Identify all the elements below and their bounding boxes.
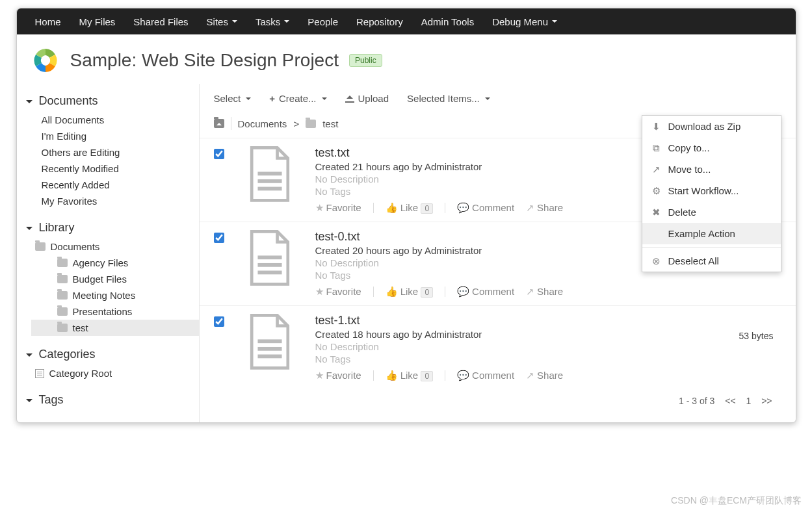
folder-icon — [306, 120, 316, 128]
share-action[interactable]: ↗Share — [526, 202, 563, 214]
comment-action[interactable]: 💬Comment — [457, 286, 514, 298]
document-toolbar: Select Create... Upload Selected Items..… — [200, 84, 796, 113]
tree-item-presentations[interactable]: Presentations — [31, 303, 199, 320]
divider — [373, 203, 374, 213]
sidebar-item-im-editing[interactable]: I'm Editing — [17, 128, 199, 144]
sidebar-documents-list: All Documents I'm Editing Others are Edi… — [17, 110, 199, 216]
nav-admin-tools[interactable]: Admin Tools — [412, 16, 483, 27]
tree-item-category-root[interactable]: Category Root — [17, 365, 199, 381]
dd-delete[interactable]: ✖Delete — [642, 201, 781, 223]
folder-up-icon[interactable] — [214, 119, 224, 128]
nav-repository[interactable]: Repository — [347, 16, 412, 27]
dd-move-to[interactable]: ↗Move to... — [642, 159, 781, 180]
selected-items-menu[interactable]: Selected Items... — [407, 93, 490, 104]
sidebar-group-label: Tags — [39, 393, 64, 407]
tree-item-agency-files[interactable]: Agency Files — [31, 255, 199, 271]
like-action[interactable]: 👍Like 0 — [386, 286, 433, 298]
blank-icon — [651, 229, 662, 239]
tree-label: Agency Files — [73, 257, 129, 268]
dd-example-action[interactable]: Example Action — [642, 223, 781, 244]
chevron-down-icon — [26, 393, 35, 407]
svg-rect-4 — [257, 263, 282, 267]
folder-icon — [57, 307, 68, 316]
dd-label: Download as Zip — [668, 121, 741, 132]
file-size: 53 bytes — [739, 331, 774, 341]
file-actions: ★Favorite 👍Like 0 💬Comment ↗Share — [315, 286, 781, 298]
folder-icon — [57, 275, 68, 283]
dd-start-workflow[interactable]: ⚙Start Workflow... — [642, 180, 781, 201]
dd-label: Deselect All — [668, 255, 719, 266]
nav-shared-files[interactable]: Shared Files — [124, 16, 197, 27]
share-action[interactable]: ↗Share — [526, 370, 563, 381]
pager-prev[interactable]: << — [725, 396, 735, 406]
row-checkbox[interactable] — [214, 316, 224, 329]
dd-download-zip[interactable]: ⬇Download as Zip — [642, 116, 781, 137]
like-action[interactable]: 👍Like 0 — [386, 370, 433, 381]
file-no-tags: No Tags — [315, 353, 781, 365]
sidebar-group-library[interactable]: Library — [17, 216, 199, 237]
comment-action[interactable]: 💬Comment — [457, 370, 514, 381]
folder-icon — [57, 291, 68, 300]
favorite-action[interactable]: ★Favorite — [315, 286, 361, 298]
tree-label: Presentations — [73, 306, 133, 317]
action-label: Share — [537, 202, 563, 213]
nav-debug-menu[interactable]: Debug Menu — [483, 16, 566, 27]
sidebar-item-all-documents[interactable]: All Documents — [17, 112, 199, 128]
breadcrumb-root[interactable]: Documents — [238, 118, 287, 129]
document-icon — [246, 146, 293, 203]
create-menu[interactable]: Create... — [269, 93, 326, 104]
sidebar-group-categories[interactable]: Categories — [17, 342, 199, 364]
selected-items-dropdown: ⬇Download as Zip ⧉Copy to... ↗Move to...… — [642, 115, 781, 272]
dd-label: Start Workflow... — [668, 185, 739, 196]
document-icon — [246, 314, 293, 371]
favorite-action[interactable]: ★Favorite — [315, 370, 361, 381]
sidebar-group-documents[interactable]: Documents — [17, 89, 199, 110]
tree-root-documents[interactable]: Documents — [17, 238, 199, 255]
share-action[interactable]: ↗Share — [526, 286, 563, 298]
sidebar-item-recently-added[interactable]: Recently Added — [17, 177, 199, 193]
like-action[interactable]: 👍Like 0 — [386, 202, 433, 214]
row-checkbox[interactable] — [214, 149, 224, 161]
tree-label: Meeting Notes — [73, 290, 136, 301]
sidebar-item-my-favorites[interactable]: My Favorites — [17, 193, 199, 209]
sidebar-item-others-editing[interactable]: Others are Editing — [17, 144, 199, 160]
alfresco-logo-icon — [31, 46, 60, 75]
nav-my-files[interactable]: My Files — [70, 16, 125, 27]
tree-item-test[interactable]: test — [31, 320, 199, 336]
svg-rect-1 — [257, 179, 282, 183]
nav-home[interactable]: Home — [26, 16, 70, 27]
action-label: Like — [400, 370, 419, 381]
file-name[interactable]: test-1.txt — [315, 314, 781, 327]
nav-sites[interactable]: Sites — [198, 16, 246, 27]
dd-label: Copy to... — [668, 142, 710, 153]
favorite-action[interactable]: ★Favorite — [315, 202, 361, 214]
nav-tasks[interactable]: Tasks — [246, 16, 298, 27]
sidebar-item-recently-modified[interactable]: Recently Modified — [17, 160, 199, 177]
share-icon: ↗ — [526, 202, 534, 214]
row-checkbox[interactable] — [214, 233, 224, 245]
workflow-icon: ⚙ — [651, 186, 662, 196]
tree-item-budget-files[interactable]: Budget Files — [31, 271, 199, 287]
nav-people[interactable]: People — [298, 16, 347, 27]
dd-deselect-all[interactable]: ⊗Deselect All — [642, 250, 781, 272]
tree-label: Category Root — [49, 368, 112, 379]
action-label: Favorite — [326, 202, 361, 213]
dd-copy-to[interactable]: ⧉Copy to... — [642, 137, 781, 159]
toolbar-label: Upload — [358, 93, 389, 104]
sidebar-group-tags[interactable]: Tags — [17, 388, 199, 409]
dd-label: Example Action — [668, 228, 735, 239]
select-menu[interactable]: Select — [214, 93, 252, 104]
star-icon: ★ — [315, 370, 324, 381]
action-label: Favorite — [326, 286, 361, 297]
upload-button[interactable]: Upload — [345, 93, 389, 104]
pager-summary: 1 - 3 of 3 — [679, 396, 714, 406]
tree-label: Documents — [51, 241, 100, 252]
pager-next[interactable]: >> — [761, 396, 772, 406]
sidebar-group-label: Categories — [39, 348, 96, 361]
thumb-icon: 👍 — [386, 202, 398, 214]
comment-action[interactable]: 💬Comment — [457, 202, 514, 214]
like-count: 0 — [421, 203, 433, 214]
tree-item-meeting-notes[interactable]: Meeting Notes — [31, 287, 199, 303]
document-icon — [246, 230, 293, 287]
sidebar-categories-tree: Category Root — [17, 364, 199, 388]
